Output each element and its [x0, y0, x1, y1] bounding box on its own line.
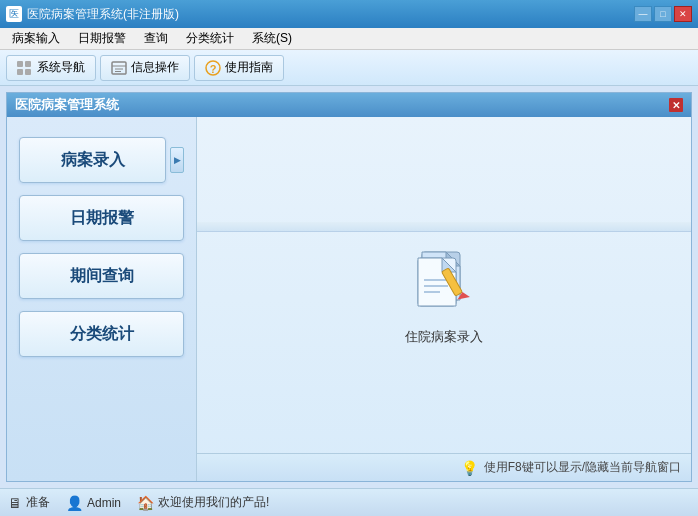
nav-btn-classification[interactable]: 分类统计 [19, 311, 184, 357]
menu-item-query[interactable]: 查询 [136, 28, 176, 49]
hint-text: 使用F8键可以显示/隐藏当前导航窗口 [484, 459, 681, 476]
toolbar-sys-nav[interactable]: 系统导航 [6, 55, 96, 81]
svg-rect-3 [25, 69, 31, 75]
nav-btn-wrapper-0: 病案录入 ▶ [19, 137, 184, 183]
help-icon: ? [205, 60, 221, 76]
svg-rect-4 [112, 62, 126, 74]
svg-rect-0 [17, 61, 23, 67]
welcome-icon: 🏠 [137, 495, 154, 511]
status-user-label: Admin [87, 496, 121, 510]
nav-btn-wrapper-2: 期间查询 [19, 253, 184, 299]
panel-wrapper: 医院病案管理系统 ✕ 病案录入 ▶ 日期报警 期间查询 分类统计 [6, 92, 692, 482]
toolbar-info-op-label: 信息操作 [131, 59, 179, 76]
title-bar: 医 医院病案管理系统(非注册版) — □ ✕ [0, 0, 698, 28]
window-controls: — □ ✕ [634, 6, 692, 22]
user-icon: 👤 [66, 495, 83, 511]
panel-titlebar: 医院病案管理系统 ✕ [7, 93, 691, 117]
svg-rect-2 [17, 69, 23, 75]
svg-rect-1 [25, 61, 31, 67]
minimize-button[interactable]: — [634, 6, 652, 22]
sys-nav-icon [17, 60, 33, 76]
menu-item-system[interactable]: 系统(S) [244, 28, 300, 49]
status-ready: 🖥 准备 [8, 494, 50, 511]
menu-item-date-alarm[interactable]: 日期报警 [70, 28, 134, 49]
nav-btn-wrapper-1: 日期报警 [19, 195, 184, 241]
info-op-icon [111, 60, 127, 76]
close-button[interactable]: ✕ [674, 6, 692, 22]
nav-btn-period-query[interactable]: 期间查询 [19, 253, 184, 299]
menu-bar: 病案输入 日期报警 查询 分类统计 系统(S) [0, 28, 698, 50]
main-area: 医院病案管理系统 ✕ 病案录入 ▶ 日期报警 期间查询 分类统计 [0, 86, 698, 488]
right-content: 住院病案录入 💡 使用F8键可以显示/隐藏当前导航窗口 [197, 117, 691, 481]
left-nav: 病案录入 ▶ 日期报警 期间查询 分类统计 [7, 117, 197, 481]
status-welcome: 🏠 欢迎使用我们的产品! [137, 494, 269, 511]
hint-bar: 💡 使用F8键可以显示/隐藏当前导航窗口 [197, 453, 691, 481]
app-icon: 医 [6, 6, 22, 22]
status-user: 👤 Admin [66, 495, 121, 511]
restore-button[interactable]: □ [654, 6, 672, 22]
content-label: 住院病案录入 [405, 328, 483, 346]
status-bar: 🖥 准备 👤 Admin 🏠 欢迎使用我们的产品! [0, 488, 698, 516]
toolbar-info-op[interactable]: 信息操作 [100, 55, 190, 81]
toolbar: 系统导航 信息操作 ? 使用指南 [0, 50, 698, 86]
top-strip [197, 222, 691, 232]
svg-text:?: ? [210, 63, 217, 75]
nav-btn-inpatient-entry[interactable]: 病案录入 [19, 137, 166, 183]
toolbar-help-label: 使用指南 [225, 59, 273, 76]
nav-btn-date-alarm[interactable]: 日期报警 [19, 195, 184, 241]
menu-item-case-input[interactable]: 病案输入 [4, 28, 68, 49]
menu-item-classification[interactable]: 分类统计 [178, 28, 242, 49]
toolbar-sys-nav-label: 系统导航 [37, 59, 85, 76]
status-ready-label: 准备 [26, 494, 50, 511]
window-title: 医院病案管理系统(非注册版) [27, 6, 634, 23]
nav-arrow-0[interactable]: ▶ [170, 147, 184, 173]
toolbar-help[interactable]: ? 使用指南 [194, 55, 284, 81]
nav-btn-wrapper-3: 分类统计 [19, 311, 184, 357]
panel-title: 医院病案管理系统 [15, 96, 119, 114]
hint-icon: 💡 [461, 460, 478, 476]
ready-icon: 🖥 [8, 495, 22, 511]
panel-close-button[interactable]: ✕ [669, 98, 683, 112]
panel-body: 病案录入 ▶ 日期报警 期间查询 分类统计 [7, 117, 691, 481]
content-icon [404, 240, 484, 320]
status-welcome-label: 欢迎使用我们的产品! [158, 494, 269, 511]
